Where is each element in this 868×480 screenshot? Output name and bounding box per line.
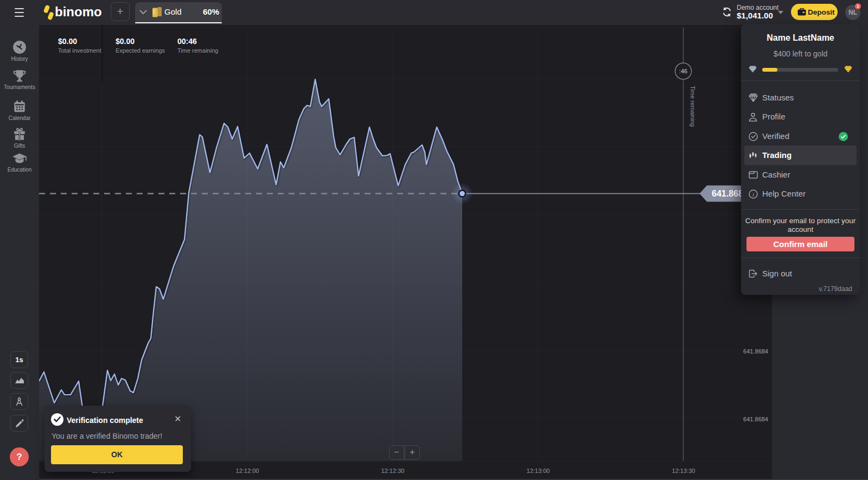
svg-text:i: i: [752, 191, 754, 198]
svg-text:12:13:00: 12:13:00: [527, 468, 550, 474]
svg-text:641.868: 641.868: [712, 189, 743, 198]
svg-text:12:13:30: 12:13:30: [672, 468, 695, 474]
svg-text:12:12:00: 12:12:00: [236, 468, 259, 474]
svg-text::46: :46: [679, 68, 687, 74]
svg-text:12:12:30: 12:12:30: [381, 468, 405, 474]
svg-text:Time remaining: Time remaining: [690, 86, 696, 127]
